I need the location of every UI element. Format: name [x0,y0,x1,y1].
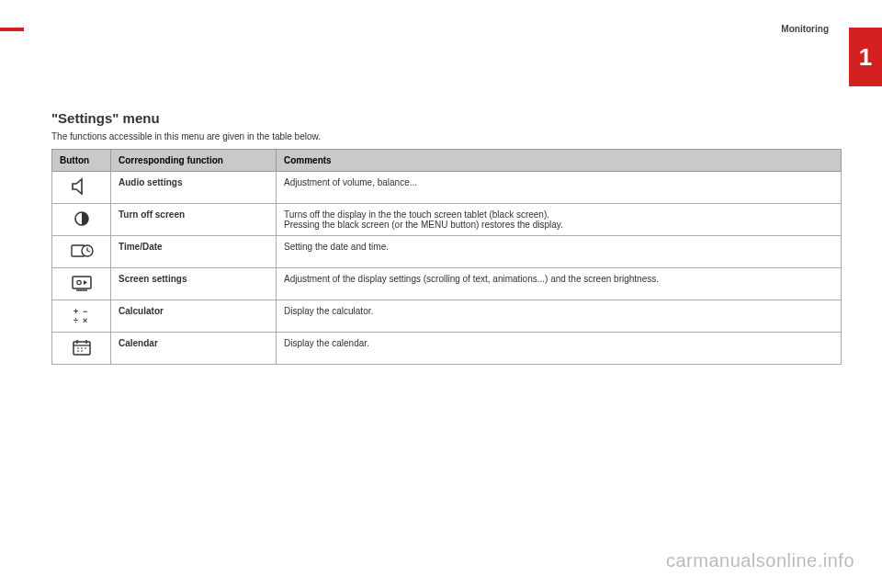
svg-point-7 [76,280,80,284]
comments-cell: Adjustment of volume, balance... [277,172,842,204]
function-cell: Turn off screen [111,204,277,236]
table-row: Calendar Display the calendar. [52,333,842,365]
comments-cell: Setting the date and time. [277,236,842,268]
calculator-icon: + − ÷ × [67,304,96,326]
table-row: + − ÷ × Calculator Display the calculato… [52,300,842,333]
section-header: Monitoring [781,24,829,34]
icon-cell [52,236,111,268]
col-function: Corresponding function [111,150,277,172]
icon-cell: + − ÷ × [52,300,111,333]
main-content: "Settings" menu The functions accessible… [51,110,842,365]
icon-cell [52,204,111,236]
contrast-icon [67,208,96,230]
comments-cell: Turns off the display in the the touch s… [277,204,842,236]
svg-text:×: × [83,316,87,325]
settings-table: Button Corresponding function Comments A… [51,149,842,365]
comments-cell: Display the calendar. [277,333,842,365]
svg-text:÷: ÷ [74,316,78,325]
function-cell: Screen settings [111,268,277,300]
page-title: "Settings" menu [51,110,842,126]
accent-bar [0,28,24,31]
svg-text:+: + [74,307,78,316]
col-comments: Comments [277,150,842,172]
chapter-tab: 1 [849,28,882,86]
table-row: Turn off screen Turns off the display in… [52,204,842,236]
svg-text:−: − [83,307,87,316]
calendar-icon [67,336,96,358]
function-cell: Audio settings [111,172,277,204]
screen-settings-icon [67,272,96,294]
clock-icon [67,240,96,262]
function-cell: Time/Date [111,236,277,268]
icon-cell [52,333,111,365]
icon-cell [52,268,111,300]
speaker-icon [67,175,96,198]
watermark: carmanualsonline.info [666,550,854,571]
icon-cell [52,172,111,204]
col-button: Button [52,150,111,172]
table-row: Screen settings Adjustment of the displa… [52,268,842,300]
table-header-row: Button Corresponding function Comments [52,150,842,172]
svg-rect-5 [73,277,91,288]
comments-cell: Adjustment of the display settings (scro… [277,268,842,300]
intro-text: The functions accessible in this menu ar… [51,131,842,141]
table-row: Audio settings Adjustment of volume, bal… [52,172,842,204]
table-row: Time/Date Setting the date and time. [52,236,842,268]
function-cell: Calculator [111,300,277,333]
function-cell: Calendar [111,333,277,365]
chapter-number: 1 [859,43,872,72]
comments-cell: Display the calculator. [277,300,842,333]
